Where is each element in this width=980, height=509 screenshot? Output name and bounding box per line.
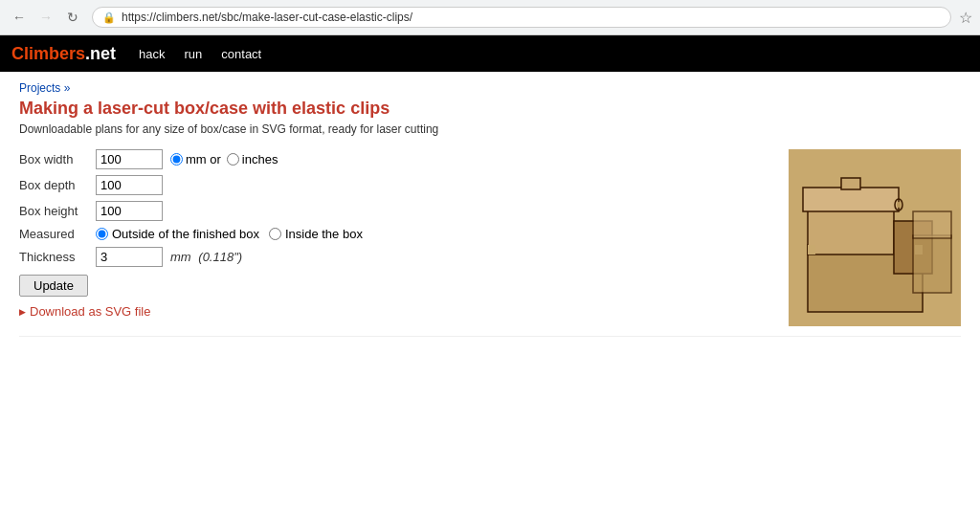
lock-icon: 🔒	[102, 11, 116, 24]
download-link[interactable]: Download as SVG file	[19, 304, 769, 319]
nav-link-run[interactable]: run	[185, 47, 203, 61]
measured-row: Measured Outside of the finished box Ins…	[19, 227, 769, 241]
unit-mm-text: mm or	[186, 152, 221, 166]
measured-inside-radio[interactable]	[269, 228, 281, 240]
box-height-input[interactable]	[96, 201, 163, 221]
box-depth-row: Box depth	[19, 175, 769, 195]
nav-links: hack run contact	[139, 47, 261, 61]
thickness-mm-text: mm	[170, 250, 191, 264]
measured-outside-label[interactable]: Outside of the finished box	[96, 227, 259, 241]
thickness-input[interactable]	[96, 247, 163, 267]
diagram-area: a и b Q	[19, 336, 961, 509]
url-text: https://climbers.net/sbc/make-laser-cut-…	[122, 11, 941, 24]
box-height-label: Box height	[19, 204, 96, 218]
unit-mm-label[interactable]: mm or	[170, 152, 221, 166]
measured-label: Measured	[19, 227, 96, 241]
unit-radio-group: mm or inches	[170, 152, 278, 166]
svg-rect-12	[913, 211, 951, 238]
box-depth-input[interactable]	[96, 175, 163, 195]
site-title-net: .net	[85, 44, 116, 63]
forward-button[interactable]: →	[34, 6, 57, 29]
thickness-row: Thickness mm (0.118")	[19, 247, 769, 267]
measured-inside-text: Inside the box	[285, 227, 363, 241]
unit-inches-label[interactable]: inches	[227, 152, 278, 166]
site-title-climbers: Climbers	[11, 44, 85, 63]
thickness-mm-label: mm (0.118")	[170, 250, 242, 264]
update-row: Update	[19, 275, 769, 297]
box-width-input[interactable]	[96, 149, 163, 169]
bookmark-button[interactable]: ☆	[959, 9, 972, 27]
svg-rect-3	[808, 207, 894, 254]
box-width-row: Box width mm or inches	[19, 149, 769, 169]
unit-mm-radio[interactable]	[170, 153, 183, 166]
form-area: Box width mm or inches	[19, 149, 961, 326]
form-left: Box width mm or inches	[19, 149, 769, 326]
measured-inside-label[interactable]: Inside the box	[269, 227, 363, 241]
page: Climbers.net hack run contact Projects »…	[0, 35, 980, 509]
svg-point-10	[897, 202, 901, 208]
thickness-inches-text: (0.118")	[198, 250, 242, 264]
breadcrumb: Projects »	[19, 81, 961, 95]
address-bar[interactable]: 🔒 https://climbers.net/sbc/make-laser-cu…	[92, 7, 951, 28]
box-width-label: Box width	[19, 152, 96, 166]
page-title: Making a laser-cut box/case with elastic…	[19, 99, 961, 119]
box-depth-label: Box depth	[19, 178, 96, 192]
diagram-svg: a и b Q	[19, 337, 961, 509]
content: Projects » Making a laser-cut box/case w…	[0, 72, 980, 509]
box-height-row: Box height	[19, 201, 769, 221]
update-button[interactable]: Update	[19, 275, 88, 297]
nav-link-contact[interactable]: contact	[221, 47, 261, 61]
reload-button[interactable]: ↻	[61, 6, 84, 29]
nav-buttons: ← → ↻	[8, 6, 84, 29]
site-title: Climbers.net	[11, 44, 116, 64]
svg-rect-11	[913, 235, 951, 293]
top-nav: Climbers.net hack run contact	[0, 35, 980, 72]
nav-link-hack[interactable]: hack	[139, 47, 165, 61]
svg-rect-6	[841, 178, 860, 189]
svg-rect-7	[808, 245, 815, 254]
unit-inches-radio[interactable]	[227, 153, 239, 166]
product-image-svg	[789, 149, 961, 326]
svg-rect-5	[803, 188, 899, 211]
browser-chrome: ← → ↻ 🔒 https://climbers.net/sbc/make-la…	[0, 0, 980, 35]
measured-options: Outside of the finished box Inside the b…	[96, 227, 363, 241]
back-button[interactable]: ←	[8, 6, 31, 29]
measured-outside-radio[interactable]	[96, 228, 108, 240]
browser-toolbar: ← → ↻ 🔒 https://climbers.net/sbc/make-la…	[0, 0, 980, 34]
breadcrumb-link[interactable]: Projects »	[19, 81, 70, 95]
page-subtitle: Downloadable plans for any size of box/c…	[19, 122, 961, 136]
unit-inches-text: inches	[242, 152, 278, 166]
thickness-label: Thickness	[19, 250, 96, 264]
product-image	[789, 149, 961, 326]
measured-outside-text: Outside of the finished box	[112, 227, 259, 241]
